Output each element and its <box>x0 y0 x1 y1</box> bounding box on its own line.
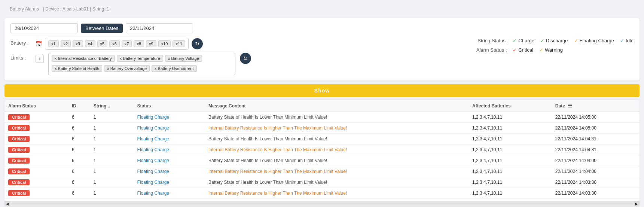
cell-string: 1 <box>90 134 134 144</box>
cell-status: Floating Charge <box>134 155 205 166</box>
battery-tag[interactable]: x1 <box>48 40 59 47</box>
table-row: Critical 6 1 Floating Charge Battery Sta… <box>4 177 640 188</box>
col-message: Message Content <box>205 100 468 112</box>
status-idle: ✓ Idle <box>620 38 634 43</box>
limits-refresh-button[interactable]: ↻ <box>240 53 251 64</box>
horizontal-scrollbar[interactable]: ◀ ▶ <box>4 201 640 206</box>
cell-id: 6 <box>68 134 90 144</box>
battery-tag[interactable]: x9 <box>146 40 156 47</box>
battery-tag[interactable]: x10 <box>158 40 171 47</box>
cell-string: 1 <box>90 188 134 199</box>
battery-tag[interactable]: x7 <box>122 40 132 47</box>
cell-message: Internal Battery Resistance Is Higher Th… <box>205 123 468 134</box>
status-floating: ✓ Floating Charge <box>574 38 614 43</box>
cell-message: Battery State of Health Is Lower Than Mi… <box>205 134 468 144</box>
calendar-icon[interactable]: 📅 <box>36 41 42 47</box>
limit-tag[interactable]: x Battery Voltage <box>165 55 202 62</box>
cell-date: 22/11/2024 14:04:00 <box>552 166 640 177</box>
cell-status: Floating Charge <box>134 134 205 144</box>
critical-badge: Critical <box>8 179 30 185</box>
critical-badge: Critical <box>8 147 30 153</box>
limit-tag[interactable]: x Internal Resistance of Battery <box>52 55 115 62</box>
cell-message: Battery State of Health Is Lower Than Mi… <box>205 155 468 166</box>
charge-check-icon: ✓ <box>513 38 517 43</box>
filter-panel: Between Dates Battery : 📅 x1x2x3x4x5x6x7… <box>4 18 640 80</box>
col-date: Date ☰ <box>552 100 640 112</box>
scroll-right-arrow[interactable]: ▶ <box>634 201 640 207</box>
battery-refresh-button[interactable]: ↻ <box>192 38 203 49</box>
floating-check-icon: ✓ <box>574 38 578 43</box>
filter-main: Battery : 📅 x1x2x3x4x5x6x7x8x9x10x11 ↻ L… <box>10 38 634 75</box>
limits-filter-row: Limits : + x Internal Resistance of Batt… <box>10 53 451 75</box>
alarm-table: Alarm Status ID String... Status Message… <box>4 100 640 201</box>
battery-tag[interactable]: x2 <box>61 40 71 47</box>
cell-id: 6 <box>68 188 90 199</box>
battery-tag[interactable]: x3 <box>73 40 83 47</box>
limit-tag[interactable]: x Battery State of Health <box>52 65 102 72</box>
cell-date: 22/11/2024 14:03:30 <box>552 177 640 188</box>
cell-message: Battery State of Health Is Lower Than Mi… <box>205 177 468 188</box>
alarm-critical: ✓ Critical <box>513 47 533 53</box>
cell-string: 1 <box>90 177 134 188</box>
cell-alarm-status: Critical <box>4 155 68 166</box>
cell-date: 22/11/2024 14:05:00 <box>552 123 640 134</box>
cell-id: 6 <box>68 166 90 177</box>
floating-label: Floating Charge <box>580 38 614 43</box>
cell-date: 22/11/2024 14:05:00 <box>552 112 640 123</box>
date-row: Between Dates <box>10 23 634 33</box>
cell-string: 1 <box>90 166 134 177</box>
cell-id: 6 <box>68 144 90 155</box>
limit-tag[interactable]: x Battery Overcurrent <box>152 65 197 72</box>
warning-check-icon: ✓ <box>539 47 543 53</box>
battery-tag[interactable]: x5 <box>97 40 108 47</box>
date-to-input[interactable] <box>126 23 193 33</box>
alarm-table-panel: Alarm Status ID String... Status Message… <box>4 100 640 206</box>
discharge-label: Discharge <box>546 38 568 43</box>
battery-tag[interactable]: x6 <box>109 40 120 47</box>
critical-check-icon: ✓ <box>513 47 517 53</box>
cell-batteries: 1,2,3,4,7,10,11 <box>468 177 552 188</box>
table-scroll-wrapper[interactable]: Alarm Status ID String... Status Message… <box>4 100 640 201</box>
cell-alarm-status: Critical <box>4 166 68 177</box>
cell-date: 22/11/2024 14:04:00 <box>552 155 640 166</box>
sort-icon[interactable]: ☰ <box>568 103 572 109</box>
cell-status: Floating Charge <box>134 144 205 155</box>
battery-tag[interactable]: x11 <box>173 40 185 47</box>
cell-batteries: 1,2,3,4,7,10,11 <box>468 112 552 123</box>
limit-tag[interactable]: x Battery Overvoltage <box>104 65 150 72</box>
cell-id: 6 <box>68 123 90 134</box>
cell-batteries: 1,2,3,4,7,10,11 <box>468 123 552 134</box>
cell-alarm-status: Critical <box>4 177 68 188</box>
col-status: Status <box>134 100 205 112</box>
limits-label: Limits : <box>10 55 31 61</box>
cell-status: Floating Charge <box>134 188 205 199</box>
add-limit-button[interactable]: + <box>36 55 44 63</box>
page-header: Battery Alarms | Device : Alpais-Lab01 |… <box>0 0 644 15</box>
cell-string: 1 <box>90 112 134 123</box>
show-button[interactable]: Show <box>4 84 640 97</box>
table-row: Critical 6 1 Floating Charge Battery Sta… <box>4 112 640 123</box>
table-row: Critical 6 1 Floating Charge Internal Ba… <box>4 123 640 134</box>
cell-batteries: 1,2,3,4,7,10,11 <box>468 134 552 144</box>
battery-tag[interactable]: x8 <box>134 40 144 47</box>
limit-tag[interactable]: x Battery Temperature <box>117 55 163 62</box>
warning-label: Warning <box>545 47 563 53</box>
alarm-warning: ✓ Warning <box>539 47 563 53</box>
critical-badge: Critical <box>8 136 30 142</box>
battery-tag[interactable]: x4 <box>85 40 95 47</box>
battery-filter-row: Battery : 📅 x1x2x3x4x5x6x7x8x9x10x11 ↻ <box>10 38 451 50</box>
cell-id: 6 <box>68 155 90 166</box>
cell-message: Internal Battery Resistance Is Higher Th… <box>205 188 468 199</box>
scroll-left-arrow[interactable]: ◀ <box>4 201 10 207</box>
page-title: Battery Alarms | Device : Alpais-Lab01 |… <box>7 5 109 12</box>
col-alarm-status: Alarm Status <box>4 100 68 112</box>
battery-label: Battery : <box>10 40 31 46</box>
cell-alarm-status: Critical <box>4 188 68 199</box>
status-discharge: ✓ Discharge <box>540 38 568 43</box>
date-from-input[interactable] <box>10 23 78 33</box>
critical-badge: Critical <box>8 125 30 131</box>
between-dates-button[interactable]: Between Dates <box>81 24 123 33</box>
battery-tags-box: x1x2x3x4x5x6x7x8x9x10x11 <box>45 38 189 50</box>
cell-date: 22/11/2024 14:04:31 <box>552 134 640 144</box>
cell-date: 22/11/2024 14:04:31 <box>552 144 640 155</box>
